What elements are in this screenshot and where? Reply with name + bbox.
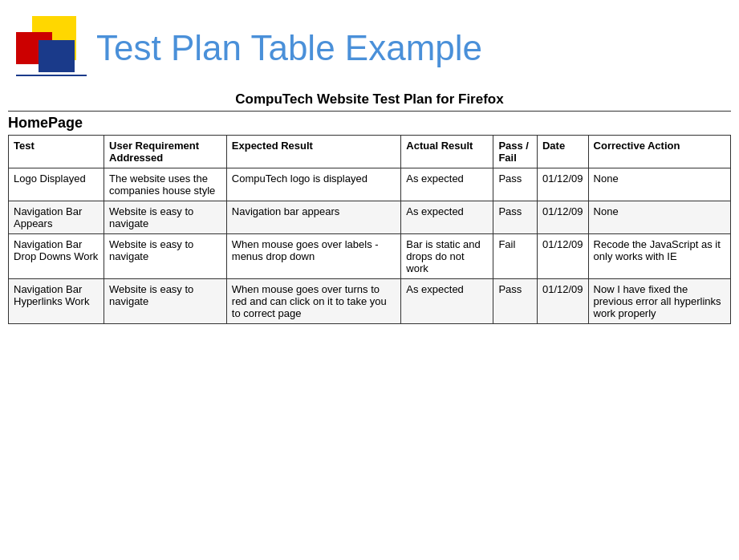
table-cell: Website is easy to navigate <box>104 201 227 234</box>
table-cell: Recode the JavaScript as it only works w… <box>588 234 730 279</box>
table-cell: None <box>588 168 730 201</box>
table-cell: 01/12/09 <box>537 168 588 201</box>
table-cell: Pass <box>493 168 538 201</box>
table-cell: 01/12/09 <box>537 201 588 234</box>
table-cell: Pass <box>493 279 538 324</box>
col-header-actual: Actual Result <box>401 136 493 168</box>
table-cell: Website is easy to navigate <box>104 234 227 279</box>
logo-blue-square <box>39 40 75 72</box>
header: Test Plan Table Example <box>0 0 739 88</box>
col-header-test: Test <box>9 136 104 168</box>
page-title: Test Plan Table Example <box>96 28 482 68</box>
table-row: Navigation Bar Hyperlinks WorkWebsite is… <box>9 279 731 324</box>
table-cell: The website uses the companies house sty… <box>104 168 227 201</box>
table-cell: Logo Displayed <box>9 168 104 201</box>
col-header-pass-fail: Pass / Fail <box>493 136 538 168</box>
section-label: HomePage <box>0 112 739 135</box>
table-cell: Website is easy to navigate <box>104 279 227 324</box>
table-cell: Fail <box>493 234 538 279</box>
table-cell: When mouse goes over labels - menus drop… <box>226 234 401 279</box>
col-header-user-req: User Requirement Addressed <box>104 136 227 168</box>
table-cell: As expected <box>401 201 493 234</box>
table-cell: As expected <box>401 279 493 324</box>
table-cell: Navigation Bar Drop Downs Work <box>9 234 104 279</box>
test-plan-table: Test User Requirement Addressed Expected… <box>8 135 731 324</box>
table-cell: Now I have fixed the previous error all … <box>588 279 730 324</box>
table-row: Navigation Bar Drop Downs WorkWebsite is… <box>9 234 731 279</box>
col-header-corrective: Corrective Action <box>588 136 730 168</box>
table-row: Navigation Bar AppearsWebsite is easy to… <box>9 201 731 234</box>
table-cell: When mouse goes over turns to red and ca… <box>226 279 401 324</box>
table-cell: CompuTech logo is displayed <box>226 168 401 201</box>
subtitle: CompuTech Website Test Plan for Firefox <box>8 88 731 112</box>
logo-graphic <box>16 16 88 80</box>
table-cell: Pass <box>493 201 538 234</box>
table-cell: None <box>588 201 730 234</box>
table-cell: Bar is static and drops do not work <box>401 234 493 279</box>
col-header-expected: Expected Result <box>226 136 401 168</box>
table-cell: Navigation Bar Hyperlinks Work <box>9 279 104 324</box>
col-header-date: Date <box>537 136 588 168</box>
table-cell: As expected <box>401 168 493 201</box>
table-cell: 01/12/09 <box>537 234 588 279</box>
logo-line <box>16 75 87 76</box>
table-cell: Navigation Bar Appears <box>9 201 104 234</box>
table-cell: 01/12/09 <box>537 279 588 324</box>
table-row: Logo DisplayedThe website uses the compa… <box>9 168 731 201</box>
table-cell: Navigation bar appears <box>226 201 401 234</box>
